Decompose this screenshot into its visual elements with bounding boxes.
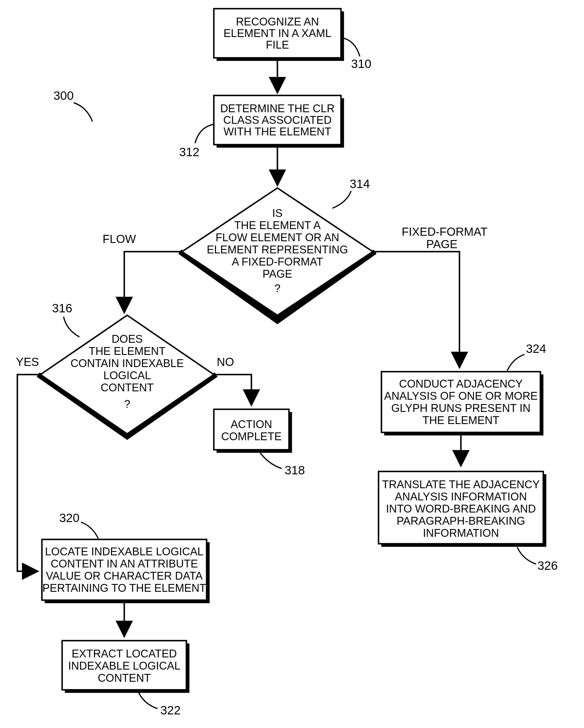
edge-label-yes: YES bbox=[16, 356, 39, 368]
node-316-line3: CONTAIN INDEXABLE bbox=[71, 357, 184, 369]
edge-label-fixed-1: FIXED-FORMAT bbox=[402, 225, 488, 238]
edge-316-318 bbox=[214, 374, 251, 405]
node-314-line6: PAGE bbox=[263, 268, 293, 280]
node-312-ref: 312 bbox=[179, 145, 199, 159]
node-314-line1: IS bbox=[272, 207, 283, 219]
node-318-line2: COMPLETE bbox=[221, 431, 281, 443]
node-326-ref: 326 bbox=[537, 559, 558, 572]
node-314-line7: ? bbox=[274, 282, 280, 294]
node-326-leader bbox=[517, 547, 536, 564]
node-322-line1: EXTRACT LOCATED bbox=[72, 648, 177, 660]
node-322-ref: 322 bbox=[160, 703, 180, 717]
node-326-line4: PARAGRAPH-BREAKING bbox=[397, 515, 525, 527]
node-314-leader bbox=[332, 191, 351, 208]
node-316-line6: ? bbox=[124, 398, 130, 410]
node-326-line2: ANALYSIS INFORMATION bbox=[395, 491, 527, 503]
node-310: RECOGNIZE AN ELEMENT IN A XAML FILE 310 bbox=[214, 9, 371, 71]
flowchart: 300 RECOGNIZE AN ELEMENT IN A XAML FILE … bbox=[0, 0, 584, 728]
edge-314-324 bbox=[373, 252, 460, 367]
node-324: CONDUCT ADJACENCY ANALYSIS OF ONE OR MOR… bbox=[382, 342, 546, 435]
node-312: DETERMINE THE CLR CLASS ASSOCIATED WITH … bbox=[179, 96, 344, 159]
node-312-line3: WITH THE ELEMENT bbox=[224, 126, 331, 138]
node-322-line2: INDEXABLE LOGICAL bbox=[68, 660, 180, 672]
node-322: EXTRACT LOCATED INDEXABLE LOGICAL CONTEN… bbox=[62, 641, 189, 717]
node-310-line1: RECOGNIZE AN bbox=[236, 16, 319, 28]
figure-ref-leader bbox=[74, 103, 92, 122]
edge-label-fixed-2: PAGE bbox=[426, 238, 457, 251]
node-326-line1: TRANSLATE THE ADJACENCY bbox=[382, 478, 540, 491]
node-316-line2: THE ELEMENT bbox=[89, 345, 166, 357]
node-314: IS THE ELEMENT A FLOW ELEMENT OR AN ELEM… bbox=[180, 177, 375, 321]
node-322-line3: CONTENT bbox=[98, 672, 151, 684]
node-316-line5: CONTENT bbox=[101, 382, 154, 394]
node-316-line4: LOGICAL bbox=[104, 369, 151, 382]
node-322-leader bbox=[139, 693, 158, 709]
node-312-line2: CLASS ASSOCIATED bbox=[223, 114, 331, 126]
node-320-line3: VALUE OR CHARACTER DATA bbox=[46, 570, 203, 582]
edge-316-320 bbox=[17, 374, 40, 571]
edge-314-316 bbox=[124, 252, 182, 312]
node-316-ref: 316 bbox=[52, 302, 72, 315]
node-324-line3: GLYPH RUNS PRESENT IN bbox=[391, 402, 531, 414]
edge-label-flow: FLOW bbox=[103, 233, 136, 245]
node-314-line4: ELEMENT REPRESENTING bbox=[206, 243, 348, 256]
node-314-line5: A FIXED-FORMAT bbox=[232, 256, 323, 268]
node-318-ref: 318 bbox=[285, 463, 305, 477]
node-310-line3: FILE bbox=[266, 39, 289, 51]
node-326: TRANSLATE THE ADJACENCY ANALYSIS INFORMA… bbox=[379, 471, 558, 572]
node-314-ref: 314 bbox=[350, 177, 370, 190]
node-316-leader bbox=[63, 317, 80, 337]
node-316: DOES THE ELEMENT CONTAIN INDEXABLE LOGIC… bbox=[38, 302, 216, 437]
node-320: LOCATE INDEXABLE LOGICAL CONTENT IN AN A… bbox=[42, 511, 210, 603]
edge-label-no: NO bbox=[217, 356, 234, 368]
node-320-line4: PERTAINING TO THE ELEMENT bbox=[43, 582, 206, 594]
node-326-line5: INFORMATION bbox=[423, 527, 499, 539]
node-320-line2: CONTENT IN AN ATTRIBUTE bbox=[51, 557, 198, 570]
node-324-line1: CONDUCT ADJACENCY bbox=[399, 378, 523, 390]
node-312-line1: DETERMINE THE CLR bbox=[220, 102, 335, 114]
figure-ref: 300 bbox=[53, 89, 74, 102]
node-324-leader bbox=[507, 354, 525, 371]
node-314-line2: THE ELEMENT A bbox=[234, 219, 321, 231]
node-324-line4: THE ELEMENT bbox=[422, 414, 499, 426]
node-320-line1: LOCATE INDEXABLE LOGICAL bbox=[45, 546, 203, 557]
node-320-leader bbox=[81, 522, 98, 539]
node-320-ref: 320 bbox=[59, 511, 80, 525]
node-324-line2: ANALYSIS OF ONE OR MORE bbox=[384, 390, 537, 402]
node-324-ref: 324 bbox=[526, 342, 546, 356]
node-312-leader bbox=[195, 124, 213, 143]
node-314-line3: FLOW ELEMENT OR AN bbox=[216, 231, 339, 243]
node-318: ACTION COMPLETE 318 bbox=[214, 409, 305, 477]
node-310-ref: 310 bbox=[351, 57, 371, 71]
node-318-line1: ACTION bbox=[230, 418, 272, 431]
node-326-line3: INTO WORD-BREAKING AND bbox=[386, 503, 536, 515]
node-310-line2: ELEMENT IN A XAML bbox=[223, 27, 331, 39]
node-318-leader bbox=[260, 453, 282, 469]
node-310-leader bbox=[341, 37, 360, 56]
node-316-line1: DOES bbox=[112, 333, 143, 345]
